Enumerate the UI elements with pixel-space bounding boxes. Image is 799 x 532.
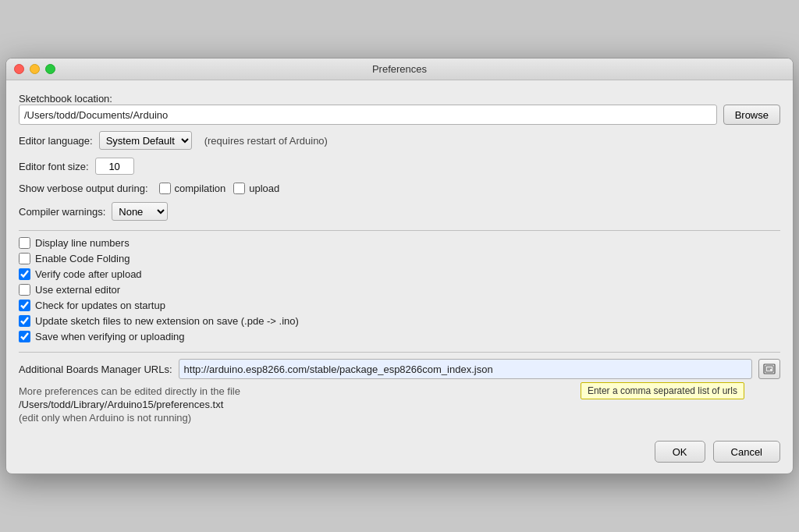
compilation-checkbox[interactable] — [159, 183, 171, 194]
editor-font-size-label: Editor font size: — [19, 161, 89, 172]
enable-code-folding-row: Enable Code Folding — [19, 253, 780, 264]
restart-note: (requires restart of Arduino) — [204, 135, 328, 147]
update-sketch-row: Update sketch files to new extension on … — [19, 315, 780, 327]
verify-code-row: Verify code after upload — [19, 268, 780, 280]
footer-buttons: OK Cancel — [19, 434, 780, 463]
save-verifying-checkbox[interactable] — [19, 331, 30, 342]
editor-language-row: Editor language: System Default English … — [19, 131, 780, 150]
compilation-checkbox-label[interactable]: compilation — [159, 183, 226, 194]
browse-button[interactable]: Browse — [723, 105, 780, 125]
check-updates-checkbox[interactable] — [19, 300, 30, 311]
boards-manager-label: Additional Boards Manager URLs: — [19, 364, 172, 375]
edit-note: (edit only when Arduino is not running) — [19, 412, 780, 424]
display-line-numbers-row: Display line numbers — [19, 237, 780, 249]
enable-code-folding-checkbox[interactable] — [19, 253, 30, 264]
sketchbook-section: Sketchbook location: Browse — [19, 93, 780, 125]
preferences-content: Sketchbook location: Browse Editor langu… — [6, 80, 793, 473]
editor-font-size-row: Editor font size: — [19, 158, 780, 175]
preferences-window: Preferences Sketchbook location: Browse … — [5, 58, 794, 474]
external-editor-checkbox[interactable] — [19, 284, 30, 296]
window-controls — [14, 64, 55, 74]
bottom-area: Enter a comma separated list of urls Mor… — [19, 385, 780, 463]
minimize-button[interactable] — [30, 64, 40, 74]
editor-language-select[interactable]: System Default English Spanish French Ge… — [99, 131, 192, 150]
check-updates-label: Check for updates on startup — [35, 300, 165, 311]
boards-manager-icon-button[interactable] — [758, 359, 780, 379]
sketchbook-label: Sketchbook location: — [19, 93, 112, 105]
upload-checkbox[interactable] — [233, 183, 245, 194]
check-updates-row: Check for updates on startup — [19, 300, 780, 311]
boards-manager-row: Additional Boards Manager URLs: — [19, 359, 780, 379]
maximize-button[interactable] — [45, 64, 55, 74]
prefs-file-path[interactable]: /Users/todd/Library/Arduino15/preference… — [19, 399, 780, 410]
external-editor-label: Use external editor — [35, 284, 120, 296]
upload-label: upload — [249, 183, 279, 194]
save-verifying-label: Save when verifying or uploading — [35, 331, 185, 342]
update-sketch-label: Update sketch files to new extension on … — [35, 315, 299, 327]
title-bar: Preferences — [6, 59, 793, 80]
svg-rect-1 — [765, 366, 773, 372]
save-verifying-row: Save when verifying or uploading — [19, 331, 780, 342]
editor-font-size-input[interactable] — [95, 158, 134, 175]
enable-code-folding-label: Enable Code Folding — [35, 253, 130, 264]
boards-manager-input[interactable] — [179, 359, 752, 379]
sketchbook-path-input[interactable] — [19, 105, 717, 125]
compiler-warnings-row: Compiler warnings: None Default More All — [19, 202, 780, 221]
verbose-output-row: Show verbose output during: compilation … — [19, 183, 780, 194]
editor-language-label: Editor language: — [19, 135, 93, 147]
divider-1 — [19, 230, 780, 231]
update-sketch-checkbox[interactable] — [19, 315, 30, 327]
verbose-output-label: Show verbose output during: — [19, 183, 148, 194]
checkboxes-section: Display line numbers Enable Code Folding… — [19, 237, 780, 342]
sketchbook-path-row: Browse — [19, 105, 780, 125]
compiler-warnings-select[interactable]: None Default More All — [112, 202, 168, 221]
close-button[interactable] — [14, 64, 24, 74]
compiler-warnings-label: Compiler warnings: — [19, 206, 105, 218]
verify-code-label: Verify code after upload — [35, 268, 142, 280]
verify-code-checkbox[interactable] — [19, 268, 30, 280]
divider-2 — [19, 352, 780, 353]
ok-button[interactable]: OK — [655, 441, 705, 463]
tooltip-box: Enter a comma separated list of urls — [581, 382, 744, 399]
window-title: Preferences — [372, 63, 427, 75]
external-editor-row: Use external editor — [19, 284, 780, 296]
display-line-numbers-checkbox[interactable] — [19, 237, 30, 249]
cancel-button[interactable]: Cancel — [713, 441, 780, 463]
compilation-label: compilation — [175, 183, 226, 194]
upload-checkbox-label[interactable]: upload — [233, 183, 279, 194]
display-line-numbers-label: Display line numbers — [35, 237, 130, 249]
